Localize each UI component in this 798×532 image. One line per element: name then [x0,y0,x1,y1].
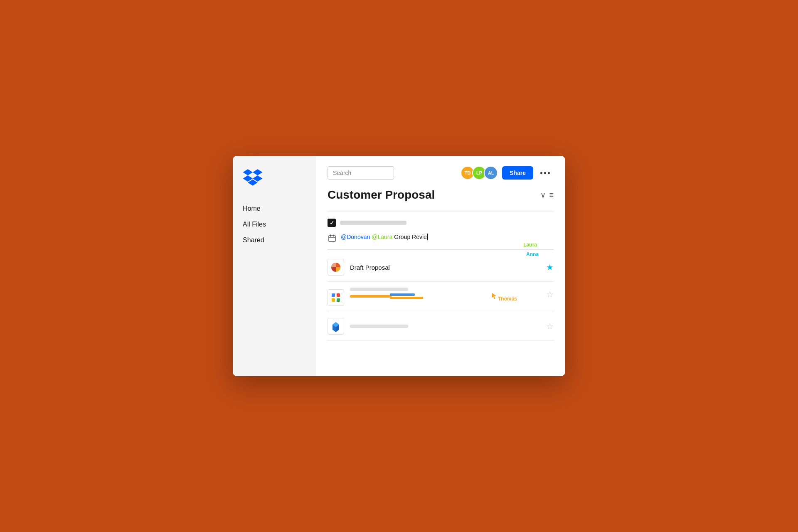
search-input[interactable] [328,166,394,180]
file-3-name-placeholder [350,325,408,328]
thomas-cursor-icon [491,293,497,299]
thomas-bar-3 [390,297,423,299]
calendar-row: @Donovan @Laura Group Revie Laura [328,230,554,246]
sidebar: Home All Files Shared [233,156,316,376]
star-icon-3[interactable]: ☆ [546,321,554,331]
pie-chart-icon [330,261,342,273]
doc-title-row: Customer Proposal ∨ ≡ [328,188,554,202]
calendar-row-plain-text: Group Revie [394,234,427,240]
doc-title-actions: ∨ ≡ [540,190,554,200]
draft-proposal-name: Draft Proposal [350,264,540,271]
mention-donovan: @Donovan [341,234,370,240]
avatar-group: TD LP AL [461,166,498,180]
sidebar-item-shared[interactable]: Shared [243,236,306,245]
file-row-draft: Draft Proposal Anna ★ [328,253,554,282]
file-row-3: ☆ [328,312,554,341]
svg-rect-7 [332,298,335,302]
svg-rect-5 [332,293,335,297]
anna-cursor-label: Anna [526,251,539,257]
calendar-svg-icon [328,234,336,242]
sidebar-item-home[interactable]: Home [243,204,306,213]
thomas-bar-1 [350,295,392,298]
file-2-content: Thomas [350,288,540,298]
avatar-al: AL [484,166,498,180]
star-icon-draft[interactable]: ★ [546,262,554,272]
file-row-2: Thomas ☆ [328,282,554,312]
checklist-row [328,215,554,230]
collapse-icon[interactable]: ∨ [540,190,546,200]
checklist-text-placeholder [340,221,406,225]
file-icon-2 [328,289,344,306]
thomas-bars-stacked [390,293,423,299]
file-icon-3 [328,318,344,335]
menu-icon[interactable]: ≡ [549,191,554,200]
file-icon-draft [328,259,344,276]
header-right: TD LP AL Share ••• [461,166,554,180]
calendar-icon [328,234,337,243]
calendar-row-text: @Donovan @Laura Group Revie [341,234,428,240]
logo [243,169,306,187]
mention-laura: @Laura [372,234,392,240]
laura-cursor-label: Laura [523,242,537,248]
star-icon-2[interactable]: ☆ [546,289,554,299]
svg-rect-0 [329,236,335,241]
thomas-bar-2 [390,293,415,296]
main-content: TD LP AL Share ••• Customer Proposal ∨ ≡ [316,156,565,376]
divider-top [328,212,554,212]
dropbox-logo-icon [243,169,263,186]
divider-mid [328,249,554,250]
sidebar-item-all-files[interactable]: All Files [243,220,306,229]
dropbox-paper-icon [330,320,342,332]
document-title: Customer Proposal [328,188,435,202]
share-button[interactable]: Share [502,166,533,180]
svg-rect-8 [337,298,340,302]
thomas-cursor-label: Thomas [498,296,517,302]
checkbox-checked[interactable] [328,219,336,227]
sidebar-nav: Home All Files Shared [243,204,306,245]
grid-icon [330,292,342,303]
header-bar: TD LP AL Share ••• [328,166,554,180]
svg-rect-6 [337,293,340,297]
file-2-name-placeholder [350,288,408,291]
more-options-button[interactable]: ••• [537,167,554,180]
app-window: Home All Files Shared TD LP AL Share •••… [233,156,565,376]
text-cursor [427,234,428,240]
